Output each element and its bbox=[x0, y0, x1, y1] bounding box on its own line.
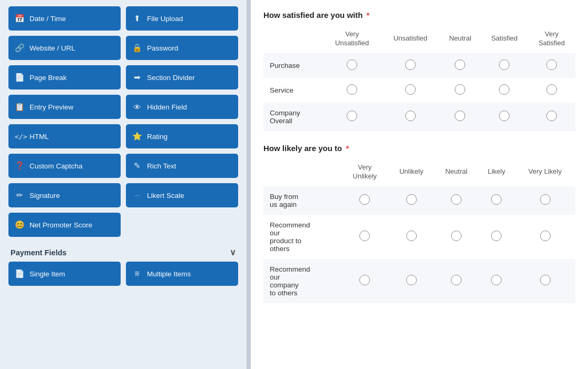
panel-divider bbox=[247, 0, 251, 369]
table-row: Recommendourproduct toothers bbox=[263, 215, 575, 259]
lock-icon: 🔒 bbox=[132, 43, 142, 53]
left-panel: 📅 Date / Time ⬆ File Upload 🔗 Website / … bbox=[0, 0, 247, 369]
link-icon: 🔗 bbox=[15, 43, 24, 53]
radio-rec-comp-l[interactable] bbox=[478, 259, 515, 303]
radio-rec-comp-vul[interactable] bbox=[341, 259, 388, 303]
radio-buy-ul[interactable] bbox=[388, 186, 434, 215]
nps-icon: 😊 bbox=[15, 220, 24, 230]
col-very-satisfied: Very Satisfied bbox=[528, 28, 575, 53]
likely-row-header bbox=[263, 161, 341, 186]
radio-purchase-vs[interactable] bbox=[528, 53, 575, 78]
required-marker-1: * bbox=[364, 11, 369, 19]
radio-rec-comp-ul[interactable] bbox=[388, 259, 434, 303]
col-likely: Likely bbox=[478, 161, 515, 186]
likert-scale-button[interactable]: ··· Likert Scale bbox=[126, 183, 238, 207]
col-unlikely: Unlikely bbox=[388, 161, 434, 186]
row-label-recommend-company: Recommendourcompanyto others bbox=[263, 259, 341, 303]
col-very-unlikely: Very Unlikely bbox=[341, 161, 388, 186]
radio-company-s[interactable] bbox=[481, 103, 528, 131]
radio-service-u[interactable] bbox=[381, 78, 440, 103]
entry-preview-button[interactable]: 📋 Entry Preview bbox=[8, 95, 121, 119]
radio-rec-prod-l[interactable] bbox=[478, 215, 515, 259]
file-upload-button[interactable]: ⬆ File Upload bbox=[126, 6, 238, 31]
upload-icon: ⬆ bbox=[132, 14, 142, 23]
page-icon: 📄 bbox=[15, 73, 24, 82]
col-neutral-2: Neutral bbox=[435, 161, 478, 186]
net-promoter-score-button[interactable]: 😊 Net Promoter Score bbox=[8, 213, 121, 237]
right-panel: How satisfied are you with * Very Unsati… bbox=[251, 0, 588, 369]
payment-fields-section[interactable]: Payment Fields ∨ bbox=[8, 242, 238, 262]
password-button[interactable]: 🔒 Password bbox=[126, 36, 238, 60]
radio-service-vu[interactable] bbox=[323, 78, 381, 103]
radio-buy-l[interactable] bbox=[478, 186, 515, 215]
satisfied-row-header bbox=[263, 28, 323, 53]
table-row: Service bbox=[263, 78, 575, 103]
radio-rec-prod-vul[interactable] bbox=[341, 215, 388, 259]
code-icon: </> bbox=[15, 133, 24, 141]
calendar-icon: 📅 bbox=[15, 14, 24, 23]
signature-button[interactable]: ✏ Signature bbox=[8, 183, 121, 207]
row-label-service: Service bbox=[263, 78, 323, 103]
preview-icon: 📋 bbox=[15, 102, 24, 112]
custom-captcha-button[interactable]: ❓ Custom Captcha bbox=[8, 154, 121, 178]
divider-icon: ➡ bbox=[132, 73, 142, 82]
pen-icon: ✏ bbox=[15, 191, 24, 200]
table-row: Buy fromus again bbox=[263, 186, 575, 215]
satisfied-matrix-table: Very Unsatisfied Unsatisfied Neutral Sat… bbox=[263, 28, 575, 131]
radio-purchase-s[interactable] bbox=[481, 53, 528, 78]
radio-rec-prod-ul[interactable] bbox=[388, 215, 434, 259]
radio-rec-prod-vl[interactable] bbox=[515, 215, 575, 259]
table-row: Purchase bbox=[263, 53, 575, 78]
star-icon: ⭐ bbox=[132, 132, 142, 141]
row-label-company: CompanyOverall bbox=[263, 103, 323, 131]
radio-buy-vl[interactable] bbox=[515, 186, 575, 215]
radio-purchase-vu[interactable] bbox=[323, 53, 381, 78]
row-label-recommend-product: Recommendourproduct toothers bbox=[263, 215, 341, 259]
col-unsatisfied: Unsatisfied bbox=[381, 28, 440, 53]
rich-text-button[interactable]: ✎ Rich Text bbox=[126, 154, 238, 178]
single-item-icon: 📄 bbox=[15, 269, 24, 278]
payment-fields-grid: 📄 Single Item ≡ Multiple Items bbox=[8, 262, 238, 286]
likert-icon: ··· bbox=[132, 192, 142, 198]
captcha-icon: ❓ bbox=[15, 161, 24, 171]
html-button[interactable]: </> HTML bbox=[8, 124, 121, 148]
row-label-buy-again: Buy fromus again bbox=[263, 186, 341, 215]
section-divider-button[interactable]: ➡ Section Divider bbox=[126, 65, 238, 89]
hidden-field-button[interactable]: 👁 Hidden Field bbox=[126, 95, 238, 119]
likely-question-title: How likely are you to * bbox=[263, 144, 575, 153]
col-neutral-1: Neutral bbox=[439, 28, 481, 53]
col-very-unsatisfied: Very Unsatisfied bbox=[323, 28, 381, 53]
radio-service-s[interactable] bbox=[481, 78, 528, 103]
required-marker-2: * bbox=[344, 144, 349, 153]
radio-rec-comp-vl[interactable] bbox=[515, 259, 575, 303]
radio-company-vu[interactable] bbox=[323, 103, 381, 131]
chevron-down-icon: ∨ bbox=[230, 247, 236, 257]
date-time-button[interactable]: 📅 Date / Time bbox=[8, 6, 121, 31]
radio-rec-comp-n[interactable] bbox=[435, 259, 478, 303]
rating-button[interactable]: ⭐ Rating bbox=[126, 124, 238, 148]
multiple-items-button[interactable]: ≡ Multiple Items bbox=[126, 262, 238, 286]
satisfied-question-title: How satisfied are you with * bbox=[263, 11, 575, 19]
col-satisfied: Satisfied bbox=[481, 28, 528, 53]
radio-company-vs[interactable] bbox=[528, 103, 575, 131]
radio-purchase-n[interactable] bbox=[439, 53, 481, 78]
fields-grid: 📅 Date / Time ⬆ File Upload 🔗 Website / … bbox=[8, 6, 238, 237]
likely-matrix-table: Very Unlikely Unlikely Neutral Likely Ve… bbox=[263, 161, 575, 303]
multiple-items-icon: ≡ bbox=[132, 269, 142, 278]
page-break-button[interactable]: 📄 Page Break bbox=[8, 65, 121, 89]
radio-rec-prod-n[interactable] bbox=[435, 215, 478, 259]
radio-purchase-u[interactable] bbox=[381, 53, 440, 78]
radio-company-u[interactable] bbox=[381, 103, 440, 131]
radio-service-vs[interactable] bbox=[528, 78, 575, 103]
col-very-likely: Very Likely bbox=[515, 161, 575, 186]
radio-company-n[interactable] bbox=[439, 103, 481, 131]
table-row: Recommendourcompanyto others bbox=[263, 259, 575, 303]
row-label-purchase: Purchase bbox=[263, 53, 323, 78]
text-edit-icon: ✎ bbox=[132, 161, 142, 171]
radio-buy-vul[interactable] bbox=[341, 186, 388, 215]
single-item-button[interactable]: 📄 Single Item bbox=[8, 262, 121, 286]
radio-buy-n[interactable] bbox=[435, 186, 478, 215]
eye-icon: 👁 bbox=[132, 103, 142, 112]
website-url-button[interactable]: 🔗 Website / URL bbox=[8, 36, 121, 60]
radio-service-n[interactable] bbox=[439, 78, 481, 103]
